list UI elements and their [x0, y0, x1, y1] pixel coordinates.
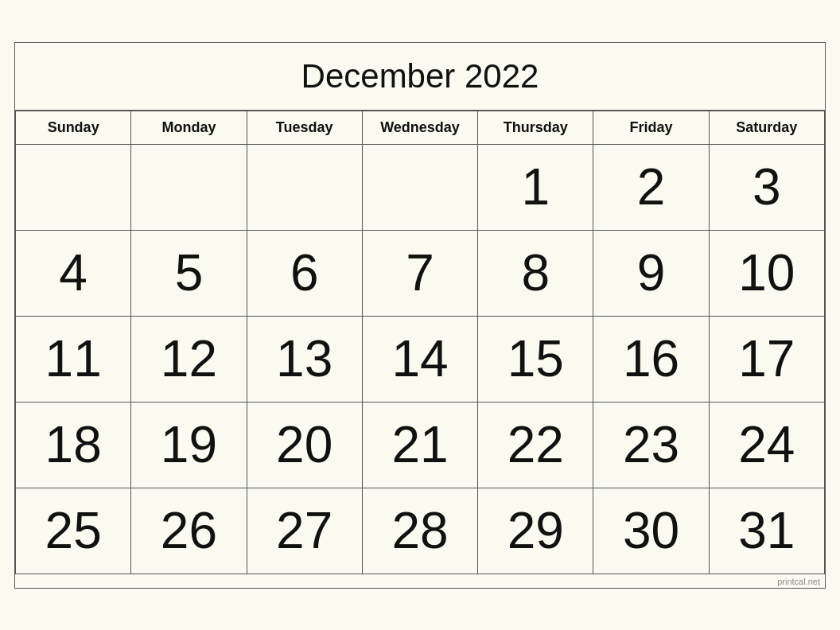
empty-cell: [247, 144, 362, 230]
day-cell-7: 7: [362, 230, 477, 316]
week-row-3: 11121314151617: [16, 316, 825, 402]
day-cell-12: 12: [131, 316, 247, 402]
day-cell-5: 5: [131, 230, 247, 316]
day-cell-11: 11: [16, 316, 131, 402]
day-cell-1: 1: [478, 144, 593, 230]
day-cell-14: 14: [362, 316, 477, 402]
day-header-thursday: Thursday: [478, 111, 593, 144]
day-cell-29: 29: [478, 488, 593, 574]
day-cell-27: 27: [247, 488, 362, 574]
day-header-saturday: Saturday: [709, 111, 824, 144]
day-cell-31: 31: [709, 488, 824, 574]
week-row-1: 123: [16, 144, 825, 230]
day-header-monday: Monday: [131, 111, 247, 144]
day-cell-17: 17: [709, 316, 824, 402]
day-cell-2: 2: [593, 144, 709, 230]
empty-cell: [362, 144, 477, 230]
day-cell-8: 8: [478, 230, 593, 316]
day-cell-22: 22: [478, 402, 593, 488]
day-cell-16: 16: [593, 316, 709, 402]
day-cell-20: 20: [247, 402, 362, 488]
day-cell-21: 21: [362, 402, 477, 488]
day-cell-30: 30: [593, 488, 709, 574]
day-header-wednesday: Wednesday: [362, 111, 477, 144]
day-cell-25: 25: [16, 488, 131, 574]
week-row-4: 18192021222324: [16, 402, 825, 488]
day-cell-26: 26: [131, 488, 247, 574]
day-cell-23: 23: [593, 402, 709, 488]
empty-cell: [16, 144, 131, 230]
day-header-tuesday: Tuesday: [247, 111, 362, 144]
watermark: printcal.net: [15, 574, 825, 588]
day-header-friday: Friday: [593, 111, 709, 144]
empty-cell: [131, 144, 247, 230]
week-row-2: 45678910: [16, 230, 825, 316]
day-cell-9: 9: [593, 230, 709, 316]
day-header-sunday: Sunday: [16, 111, 131, 144]
calendar-grid: SundayMondayTuesdayWednesdayThursdayFrid…: [15, 111, 825, 574]
day-cell-15: 15: [478, 316, 593, 402]
day-cell-28: 28: [362, 488, 477, 574]
day-cell-19: 19: [131, 402, 247, 488]
day-cell-24: 24: [709, 402, 824, 488]
day-cell-13: 13: [247, 316, 362, 402]
day-cell-4: 4: [16, 230, 131, 316]
day-headers-row: SundayMondayTuesdayWednesdayThursdayFrid…: [16, 111, 825, 144]
day-cell-6: 6: [247, 230, 362, 316]
day-cell-3: 3: [709, 144, 824, 230]
calendar-container: December 2022 SundayMondayTuesdayWednesd…: [14, 42, 826, 589]
day-cell-18: 18: [16, 402, 131, 488]
calendar-title: December 2022: [15, 43, 825, 111]
day-cell-10: 10: [709, 230, 824, 316]
week-row-5: 25262728293031: [16, 488, 825, 574]
